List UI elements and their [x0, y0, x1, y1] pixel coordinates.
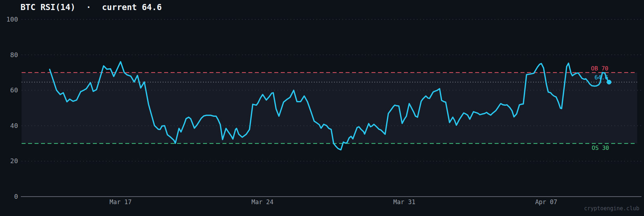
current-value-label: 64.6 — [594, 74, 608, 81]
oversold-label: OS 30 — [592, 144, 609, 151]
overbought-label: OB 70 — [591, 65, 608, 72]
y-axis-tick-label: 60 — [0, 86, 18, 94]
x-axis-tick-label: Mar 24 — [237, 198, 288, 206]
x-axis-tick-label: Apr 07 — [521, 198, 571, 206]
chart-title: BTC RSI(14) · current 64.6 — [21, 3, 162, 12]
y-axis-tick-label: 20 — [0, 157, 18, 165]
rsi-plot-canvas — [0, 0, 644, 216]
rsi-chart-panel: BTC RSI(14) · current 64.6 OB 70 64.6 OS… — [0, 0, 644, 216]
y-axis-tick-label: 0 — [0, 193, 18, 201]
y-axis-tick-label: 40 — [0, 122, 18, 130]
chart-title-symbol: BTC RSI(14) — [21, 3, 75, 12]
x-axis-tick-label: Mar 31 — [379, 198, 429, 206]
neutral-band — [22, 73, 637, 143]
y-axis-tick-label: 100 — [0, 15, 18, 23]
chart-title-current: current 64.6 — [102, 3, 162, 12]
watermark: cryptoengine.club — [584, 205, 639, 212]
title-separator-dot-icon: · — [86, 3, 91, 12]
x-axis-tick-label: Mar 17 — [95, 198, 146, 206]
y-axis-tick-label: 80 — [0, 51, 18, 59]
